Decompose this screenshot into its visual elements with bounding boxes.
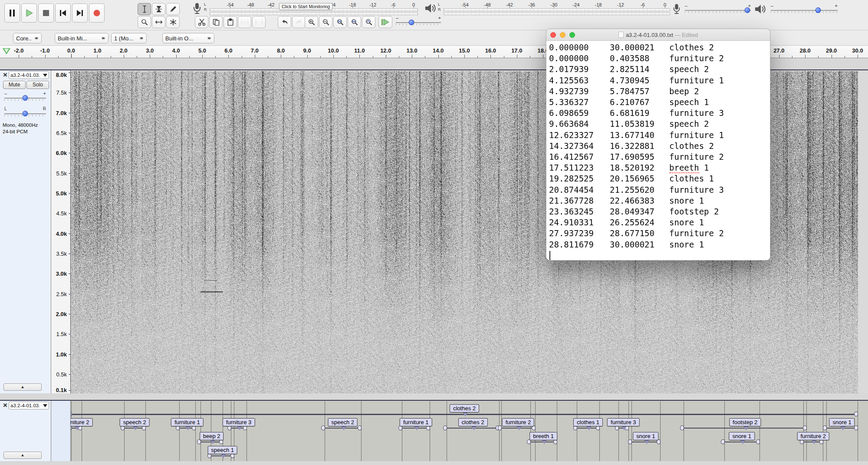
track-close-button[interactable]: ✕ — [2, 72, 8, 78]
text-line[interactable]: 9.66368411.053819speech 2 — [549, 119, 709, 130]
label-drag-handle[interactable] — [443, 425, 447, 430]
label-flag[interactable]: furniture 2 — [71, 418, 92, 426]
text-line[interactable]: 19.28252520.156965clothes 1 — [549, 174, 714, 185]
text-line[interactable]: 4.9327395.784757beep 2 — [549, 86, 699, 97]
label-boundary-line[interactable] — [430, 401, 430, 461]
label-boundary-line[interactable] — [806, 401, 807, 461]
cut-button[interactable] — [195, 16, 208, 28]
forward-button[interactable] — [72, 3, 88, 23]
timeshift-tool-button[interactable] — [152, 16, 165, 28]
stop-button[interactable] — [38, 3, 54, 23]
playback-volume-thumb[interactable] — [815, 7, 821, 13]
label-flag[interactable]: speech 2 — [328, 418, 358, 426]
label-flag[interactable]: speech 1 — [207, 446, 237, 454]
label-boundary-line[interactable] — [501, 401, 502, 461]
textedit-titlebar[interactable]: a3.2-4-01.03.00.txt — Edited — [546, 29, 770, 41]
label-boundary-line[interactable] — [530, 401, 531, 461]
label-flag[interactable]: furniture 2 — [797, 432, 829, 440]
label-boundary-line[interactable] — [631, 401, 632, 461]
text-line[interactable]: 28.81167930.000021snore 1 — [549, 240, 704, 251]
label-flag[interactable]: clothes 1 — [573, 418, 603, 426]
zoom-toggle-tool-button[interactable] — [362, 16, 375, 28]
label-drag-handle[interactable] — [498, 425, 502, 430]
zoom-selection-tool-button[interactable] — [333, 16, 347, 28]
envelope-tool-button[interactable] — [152, 3, 165, 15]
play-speed-slider[interactable]: –+ — [396, 19, 441, 26]
label-boundary-line[interactable] — [724, 401, 725, 461]
text-line[interactable]: 23.36324528.049347footstep 2 — [549, 207, 719, 218]
silence-button[interactable] — [252, 16, 266, 28]
gain-slider[interactable]: –+ — [4, 95, 46, 102]
label-boundary-line[interactable] — [201, 401, 201, 461]
label-boundary-line[interactable] — [826, 401, 827, 461]
text-line[interactable]: 21.36772822.466383snore 1 — [549, 196, 704, 207]
track-collapse-button[interactable]: ▲ — [3, 383, 42, 391]
label-drag-handle[interactable] — [680, 425, 684, 430]
label-drag-handle[interactable] — [321, 425, 325, 430]
label-boundary-line[interactable] — [599, 401, 600, 461]
undo-button[interactable] — [278, 16, 291, 28]
recording-volume-thumb[interactable] — [745, 7, 750, 13]
label-boundary-line[interactable] — [145, 401, 146, 461]
text-line[interactable]: 17.51122318.520192breeth 1 — [549, 163, 709, 174]
label-flag[interactable]: furniture 3 — [223, 418, 255, 426]
label-boundary-line[interactable] — [535, 401, 536, 461]
label-boundary-line[interactable] — [557, 401, 557, 461]
output-device-select[interactable]: Built-in O... — [162, 33, 214, 43]
text-line[interactable]: 20.87445421.255620furniture 3 — [549, 185, 724, 196]
text-line[interactable]: 27.93723928.677150furniture 2 — [549, 228, 724, 239]
label-boundary-line[interactable] — [195, 401, 196, 461]
text-line[interactable]: 14.32736416.322881clothes 2 — [549, 141, 714, 152]
label-boundary-line[interactable] — [325, 401, 325, 461]
pan-slider[interactable]: L R — [4, 110, 46, 117]
label-boundary-line[interactable] — [447, 401, 447, 461]
label-track-name-menu[interactable]: a3.2-4-01.03. — [9, 402, 49, 409]
label-boundary-line[interactable] — [660, 401, 661, 461]
frequency-ruler[interactable]: 8.0k7.5k7.0k6.5k6.0k5.5k5.0k4.5k4.0k3.5k… — [51, 70, 71, 393]
label-boundary-line[interactable] — [124, 401, 125, 461]
input-channels-select[interactable]: 1 (Mo... — [111, 33, 147, 43]
play-button[interactable] — [21, 3, 37, 23]
label-drag-handle[interactable] — [628, 439, 632, 444]
label-drag-handle[interactable] — [854, 412, 858, 416]
label-boundary-line[interactable] — [760, 401, 760, 461]
paste-button[interactable] — [224, 16, 237, 28]
label-track-content[interactable]: clothes 2furniture 2speech 2furniture 1b… — [71, 401, 868, 461]
pinned-playhead-icon[interactable] — [3, 48, 10, 58]
copy-button[interactable] — [209, 16, 223, 28]
label-drag-handle[interactable] — [854, 425, 858, 430]
label-track-collapse-button[interactable]: ▲ — [3, 452, 42, 459]
label-boundary-line[interactable] — [402, 401, 402, 461]
text-line[interactable]: 12.62332713.677140furniture 1 — [549, 130, 724, 141]
play-speed-thumb[interactable] — [409, 20, 414, 25]
zoom-out-tool-button[interactable] — [319, 16, 332, 28]
multi-tool-button[interactable] — [166, 16, 180, 28]
monitoring-tooltip[interactable]: Click to Start Monitoring — [279, 3, 332, 10]
gain-thumb[interactable] — [23, 95, 28, 101]
label-boundary-line[interactable] — [361, 401, 362, 461]
text-line[interactable]: 4.1255634.730945furniture 1 — [549, 76, 724, 86]
label-boundary-line[interactable] — [247, 401, 247, 461]
track-name-menu[interactable]: a3.2-4-01.03. — [9, 71, 49, 79]
label-boundary-line[interactable] — [823, 401, 823, 461]
selection-tool-button[interactable] — [138, 3, 151, 15]
label-boundary-line[interactable] — [577, 401, 577, 461]
textedit-window[interactable]: a3.2-4-01.03.00.txt — Edited 0.00000030.… — [546, 29, 770, 261]
label-flag[interactable]: furniture 1 — [171, 418, 204, 426]
label-drag-handle[interactable] — [756, 439, 760, 444]
label-drag-handle[interactable] — [721, 439, 725, 444]
text-line[interactable]: 5.3363276.210767speech 1 — [549, 97, 709, 108]
draw-tool-button[interactable] — [166, 3, 180, 15]
text-line[interactable]: 0.00000030.000021clothes 2 — [549, 43, 714, 53]
text-line[interactable]: 0.0000000.403588furniture 2 — [549, 53, 724, 64]
audio-host-select[interactable]: Core... — [13, 33, 42, 43]
recording-volume-slider[interactable]: –+ — [685, 7, 751, 14]
solo-button[interactable]: Solo — [26, 81, 49, 89]
recording-meter[interactable]: L R -54-48-42-36-30-24-18-12-60 Click to… — [192, 2, 420, 16]
label-flag[interactable]: snore 1 — [633, 432, 658, 440]
label-boundary-line[interactable] — [82, 401, 82, 461]
text-line[interactable]: 6.0986596.681619furniture 3 — [549, 108, 724, 119]
mute-button[interactable]: Mute — [3, 81, 26, 89]
label-track-close-button[interactable]: ✕ — [2, 402, 8, 409]
pause-button[interactable] — [4, 3, 20, 23]
